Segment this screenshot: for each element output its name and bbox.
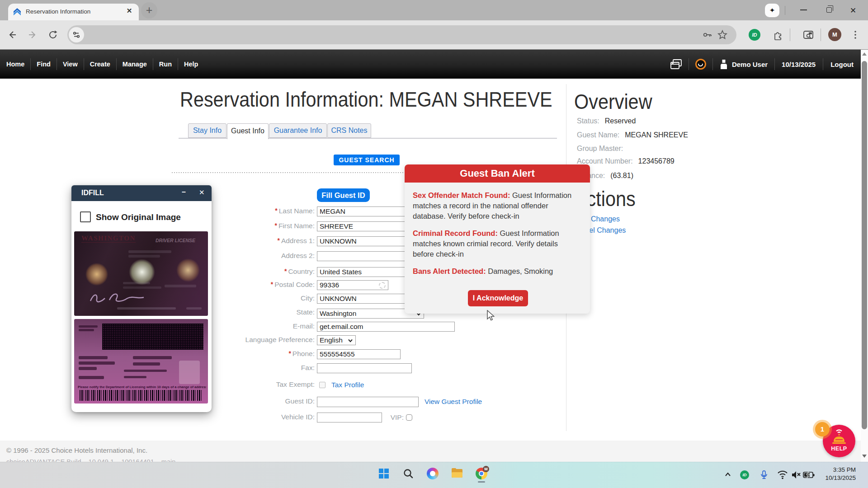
tab-close-icon[interactable]: ✕ (125, 7, 133, 15)
tab-guest-info[interactable]: Guest Info (227, 123, 269, 139)
show-original-checkbox[interactable] (80, 211, 91, 222)
scroll-down-arrow[interactable] (862, 455, 867, 458)
mouse-cursor (486, 310, 495, 322)
tray-wifi-icon[interactable] (777, 462, 788, 488)
tab-crs-notes[interactable]: CRS Notes (327, 123, 371, 138)
site-nav-bar: Home Find View Create Manage Run Help De… (0, 50, 868, 79)
nav-manage[interactable]: Manage (117, 61, 153, 68)
license-state-text: WASHINGTON (81, 235, 136, 243)
nav-find[interactable]: Find (31, 61, 57, 68)
choice-hotels-favicon (13, 8, 21, 16)
license-back-notice: Please notify the Department of Licensin… (78, 385, 206, 389)
browser-profile-avatar[interactable]: M (828, 28, 841, 41)
license-2d-barcode (102, 324, 203, 350)
overview-guest-name-row: Guest Name:MEGAN SHREEVE (577, 131, 688, 139)
window-restore-icon[interactable] (826, 7, 832, 13)
idfill-titlebar[interactable]: IDFILL – ✕ (71, 185, 212, 201)
license-front-image: WASHINGTON DRIVER LICENSE (74, 231, 208, 316)
new-tab-button[interactable]: + (141, 2, 157, 19)
guest-ban-alert-modal: Guest Ban Alert Sex Offender Match Found… (405, 164, 590, 314)
overview-title: Overview (574, 89, 652, 114)
vip-checkbox[interactable] (406, 414, 412, 421)
windows-start-icon[interactable] (378, 468, 390, 479)
browser-toolbar: ID M (0, 20, 868, 50)
forward-icon[interactable] (28, 30, 38, 40)
window-close-icon[interactable]: ✕ (849, 6, 858, 15)
back-icon[interactable] (7, 30, 17, 40)
address-bar[interactable] (67, 25, 736, 44)
clock-time: 3:35 PM (807, 466, 856, 474)
scroll-up-arrow[interactable] (862, 52, 867, 56)
guest-search-button[interactable]: GUEST SEARCH (334, 155, 400, 165)
idfill-window: IDFILL – ✕ Show Original Image WASHINGTO… (71, 185, 212, 412)
browser-menu-icon[interactable] (852, 30, 859, 40)
idfill-minimize-icon[interactable]: – (182, 188, 189, 197)
nav-run[interactable]: Run (153, 61, 178, 68)
alert-bans: Bans Alert Detected: Damages, Smoking (413, 266, 579, 277)
tab-title: Reservation Information (26, 8, 90, 15)
help-notification-badge: 1 (815, 422, 830, 436)
nav-help[interactable]: Help (178, 61, 204, 68)
nav-view[interactable]: View (57, 61, 84, 68)
license-back-image: Please notify the Department of Licensin… (74, 319, 208, 404)
browser-tab[interactable]: Reservation Information ✕ (8, 4, 139, 20)
view-guest-profile-link[interactable]: View Guest Profile (425, 398, 482, 406)
toolbar-separator2 (821, 28, 821, 41)
user-icon (719, 59, 728, 69)
choice-privileges-icon[interactable] (695, 59, 706, 70)
license-type-text: DRIVER LICENSE (156, 238, 195, 243)
copilot-icon[interactable] (427, 468, 439, 479)
guest-id-input[interactable] (317, 397, 419, 407)
license-1d-barcode (80, 390, 203, 401)
page-scrollbar[interactable] (861, 50, 868, 462)
nav-logout[interactable]: Logout (830, 61, 854, 68)
window-minimize-icon[interactable] (800, 9, 807, 10)
nav-date: 10/13/2025 (782, 61, 816, 68)
fax-input[interactable] (317, 363, 412, 373)
overview-status-row: Status:Reserved (577, 117, 636, 125)
file-explorer-icon[interactable] (451, 468, 463, 479)
password-key-icon[interactable] (702, 30, 713, 40)
bookmark-star-icon[interactable] (717, 29, 728, 40)
chrome-profile-badge: M (483, 466, 489, 472)
overview-account-number-row: Account Number:123456789 (577, 157, 675, 165)
nav-home[interactable]: Home (0, 61, 30, 68)
alert-criminal-record: Criminal Record Found: Guest Information… (413, 228, 579, 259)
id-extension-icon[interactable]: ID (749, 29, 760, 41)
fill-guest-id-button[interactable]: Fill Guest ID (317, 188, 370, 202)
taskbar-clock[interactable]: 3:35 PM 10/13/2025 (807, 466, 856, 482)
tray-mic-icon[interactable] (760, 462, 769, 488)
taskbar-search-icon[interactable] (402, 468, 414, 479)
browser-labs-icon[interactable]: ✦ (765, 4, 779, 17)
nav-create[interactable]: Create (84, 61, 116, 68)
tray-chevron-icon[interactable] (722, 462, 733, 488)
acknowledge-button[interactable]: I Acknowledge (468, 290, 528, 306)
tune-icon[interactable] (69, 27, 84, 42)
tax-exempt-checkbox[interactable] (319, 382, 326, 388)
side-search-icon[interactable] (803, 30, 814, 40)
scrollbar-thumb[interactable] (862, 61, 867, 429)
vip-label: VIP: (314, 413, 404, 422)
alert-sex-offender: Sex Offender Match Found: Guest Informat… (413, 190, 579, 221)
copyright-text: © 1996 - 2025 Choice Hotels Internationa… (6, 446, 147, 454)
nav-user-name[interactable]: Demo User (732, 61, 768, 68)
tax-profile-link[interactable]: Tax Profile (331, 381, 364, 389)
idfill-title: IDFILL (81, 189, 104, 197)
reload-icon[interactable] (48, 30, 58, 40)
windows-stack-icon[interactable] (670, 59, 682, 70)
tab-guarantee-info[interactable]: Guarantee Info (269, 123, 327, 138)
postal-spinner-icon (379, 282, 386, 289)
phone-input[interactable] (317, 349, 401, 359)
email-input[interactable] (317, 322, 455, 332)
idfill-close-icon[interactable]: ✕ (199, 188, 206, 197)
tabbar-separator (785, 6, 785, 15)
tray-id-icon[interactable]: ID (740, 470, 749, 479)
browser-tab-bar: Reservation Information ✕ + ✦ ✕ (0, 0, 868, 20)
tab-stay-info[interactable]: Stay Info (188, 123, 226, 138)
page-footer: © 1996 - 2025 Choice Hotels Internationa… (0, 441, 861, 462)
language-select[interactable]: English (317, 335, 356, 345)
tray-volume-muted-icon[interactable] (790, 462, 802, 488)
chrome-icon[interactable]: M (476, 468, 487, 479)
postal-code-input[interactable] (317, 280, 388, 290)
extensions-puzzle-icon[interactable] (772, 30, 783, 41)
